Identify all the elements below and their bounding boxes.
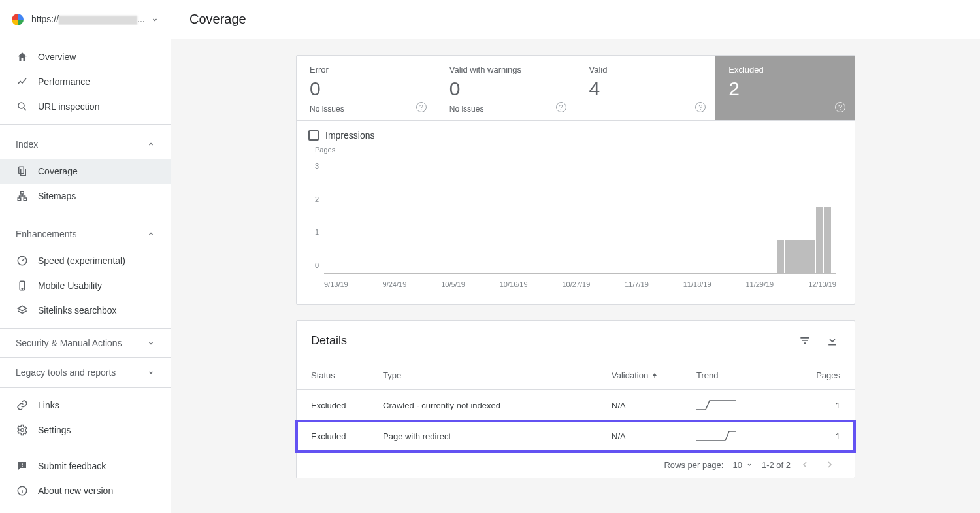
nav-label: Speed (experimental): [38, 256, 125, 266]
nav-section-security: Security & Manual Actions: [0, 329, 171, 358]
col-type[interactable]: Type: [383, 371, 612, 380]
nav-label: Performance: [38, 76, 90, 87]
sidebar-item-mobile-usability[interactable]: Mobile Usability: [0, 273, 171, 298]
chart-x-labels: 9/13/199/24/1910/5/1910/16/1910/27/1911/…: [324, 280, 836, 288]
col-pages[interactable]: Pages: [788, 371, 840, 380]
sidebar-item-performance[interactable]: Performance: [0, 69, 171, 94]
stat-tab-valid[interactable]: Valid 4 ?: [576, 56, 716, 120]
sidebar-item-settings[interactable]: Settings: [0, 418, 171, 442]
pager-range: 1-2 of 2: [762, 460, 791, 470]
nav-section-enhancements: Enhancements Speed (experimental) Mobile…: [0, 214, 171, 329]
page-title: Coverage: [189, 12, 246, 27]
chart-bar: [777, 240, 784, 273]
sidebar-item-feedback[interactable]: Submit feedback: [0, 454, 171, 478]
chevron-down-icon: [746, 461, 753, 468]
sidebar-item-sitemaps[interactable]: Sitemaps: [0, 184, 171, 208]
table-row[interactable]: Excluded Page with redirect N/A 1: [297, 421, 855, 452]
details-card: Details Status Type: [296, 320, 855, 478]
svg-point-7: [22, 288, 23, 290]
pager-prev[interactable]: [800, 459, 815, 470]
col-trend[interactable]: Trend: [696, 371, 788, 380]
sidebar-item-overview[interactable]: Overview: [0, 44, 171, 69]
download-button[interactable]: [825, 333, 840, 348]
sidebar-item-sitelinks-searchbox[interactable]: Sitelinks searchbox: [0, 298, 171, 323]
nav-label: URL inspection: [38, 101, 99, 112]
table-row[interactable]: Excluded Crawled - currently not indexed…: [297, 390, 855, 421]
nav-label: About new version: [38, 486, 113, 496]
property-url: https://...: [31, 14, 145, 24]
chevron-up-icon: [147, 230, 155, 238]
x-tick: 10/27/19: [562, 280, 590, 288]
chart-ylabel: Pages: [315, 146, 836, 154]
property-selector[interactable]: https://...: [0, 0, 171, 39]
nav-header-legacy[interactable]: Legacy tools and reports: [0, 358, 171, 387]
help-icon[interactable]: ?: [695, 102, 706, 112]
nav-label: Links: [38, 400, 59, 410]
gauge-icon: [16, 255, 29, 267]
nav-label: Mobile Usability: [38, 280, 102, 291]
svg-rect-2: [21, 191, 24, 194]
chevron-up-icon: [147, 141, 155, 148]
trend-sparkline: [696, 430, 736, 442]
nav-header-index[interactable]: Index: [0, 130, 171, 159]
svg-point-0: [18, 103, 24, 108]
stat-tab-valid-warnings[interactable]: Valid with warnings 0 No issues ?: [436, 56, 576, 120]
chart-bar: [816, 207, 823, 273]
x-tick: 12/10/19: [808, 280, 836, 288]
details-title: Details: [311, 334, 347, 348]
x-tick: 9/13/19: [324, 280, 348, 288]
x-tick: 10/5/19: [441, 280, 465, 288]
rows-per-page-select[interactable]: 10: [732, 460, 752, 470]
svg-rect-10: [22, 466, 23, 467]
gear-icon: [16, 424, 29, 436]
chart-area: Pages 0123 9/13/199/24/1910/5/1910/16/19…: [297, 143, 855, 304]
help-icon[interactable]: ?: [416, 102, 427, 112]
nav-header-security[interactable]: Security & Manual Actions: [0, 329, 171, 357]
help-icon[interactable]: ?: [835, 102, 845, 112]
chevron-down-icon: [147, 339, 155, 347]
svg-rect-4: [24, 198, 27, 201]
nav-section-main: Overview Performance URL inspection: [0, 39, 171, 125]
sidebar-item-about[interactable]: About new version: [0, 478, 171, 503]
chart-bar: [808, 240, 815, 273]
sidebar-item-speed[interactable]: Speed (experimental): [0, 248, 171, 273]
nav-section-footer: Submit feedback About new version: [0, 448, 171, 508]
layers-icon: [16, 305, 29, 316]
chart: 0123: [324, 156, 836, 274]
sidebar-item-coverage[interactable]: Coverage: [0, 159, 171, 184]
content: Error 0 No issues ? Valid with warnings …: [171, 39, 980, 513]
chevron-down-icon: [147, 369, 155, 376]
sidebar: https://... Overview Performance: [0, 0, 171, 513]
x-tick: 10/16/19: [500, 280, 528, 288]
pager: Rows per page: 10 1-2 of 2: [297, 452, 855, 478]
pager-next[interactable]: [825, 459, 840, 470]
nav-section-index: Index Coverage Sitemaps: [0, 125, 171, 214]
help-icon[interactable]: ?: [556, 102, 566, 112]
x-tick: 11/18/19: [683, 280, 711, 288]
nav-label: Settings: [38, 425, 71, 435]
stat-tab-error[interactable]: Error 0 No issues ?: [297, 56, 436, 120]
nav-header-enhancements[interactable]: Enhancements: [0, 220, 171, 248]
feedback-icon: [16, 460, 29, 472]
chevron-down-icon: [151, 16, 159, 24]
y-tick: 1: [315, 228, 319, 236]
col-validation[interactable]: Validation: [612, 371, 696, 380]
stat-tab-excluded[interactable]: Excluded 2 ?: [715, 56, 855, 120]
info-icon: [16, 485, 29, 497]
search-icon: [16, 101, 29, 112]
nav-label: Coverage: [38, 166, 78, 176]
nav-label: Sitelinks searchbox: [38, 305, 117, 316]
filter-button[interactable]: [797, 333, 813, 348]
chart-bar: [800, 240, 808, 273]
sidebar-item-links[interactable]: Links: [0, 393, 171, 418]
impressions-checkbox[interactable]: [308, 130, 319, 141]
y-tick: 2: [315, 195, 319, 203]
chart-bar: [792, 240, 800, 273]
svg-point-8: [21, 429, 24, 432]
col-status[interactable]: Status: [311, 371, 383, 380]
home-icon: [16, 51, 29, 63]
nav-section-bottom: Links Settings: [0, 388, 171, 448]
sidebar-item-url-inspection[interactable]: URL inspection: [0, 94, 171, 119]
mobile-icon: [16, 280, 29, 291]
trend-icon: [16, 76, 29, 88]
